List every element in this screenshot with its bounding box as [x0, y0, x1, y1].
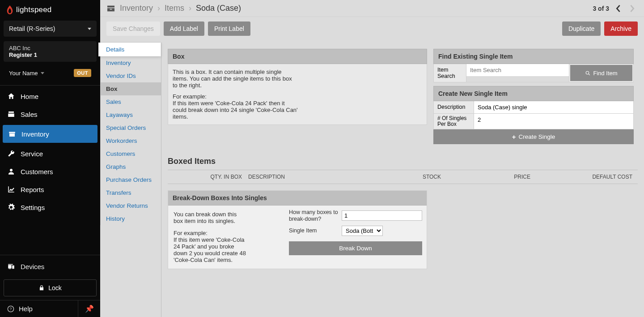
item-search-label: Item Search [433, 64, 466, 82]
tab-inventory[interactable]: Inventory [100, 56, 161, 69]
tab-layaways[interactable]: Layaways [100, 108, 161, 121]
person-icon [7, 167, 15, 176]
nav-home[interactable]: Home [0, 87, 100, 105]
panel-title: Find Existing Single Item [433, 49, 634, 64]
tab-special-orders[interactable]: Special Orders [100, 121, 161, 134]
pin-icon: 📌 [85, 304, 94, 313]
tab-content: Box This is a box. It can contain multip… [161, 43, 644, 317]
breadcrumb-inventory[interactable]: Inventory [120, 4, 153, 13]
tab-sales[interactable]: Sales [100, 95, 161, 108]
nav-label: Sales [21, 111, 38, 118]
chevron-right-icon: › [189, 4, 191, 13]
nav-inventory[interactable]: Inventory [3, 125, 97, 143]
breadcrumb-items[interactable]: Items [165, 4, 184, 13]
add-label-button[interactable]: Add Label [164, 21, 204, 36]
description-label: Description [434, 101, 474, 113]
tab-purchase-orders[interactable]: Purchase Orders [100, 173, 161, 186]
tab-graphs[interactable]: Graphs [100, 160, 161, 173]
col-description: DESCRIPTION [248, 174, 338, 180]
drawer-icon [106, 5, 115, 12]
tab-customers[interactable]: Customers [100, 147, 161, 160]
chevron-right-icon [630, 4, 635, 13]
lock-button[interactable]: Lock [4, 279, 97, 296]
nav-devices[interactable]: Devices [0, 257, 100, 276]
nav-label: Service [21, 150, 43, 158]
box-icon [8, 130, 16, 138]
gear-icon [7, 203, 15, 211]
company-register-box[interactable]: ABC Inc Register 1 [4, 41, 97, 62]
nav-label: Reports [21, 186, 44, 193]
singles-per-box-value[interactable]: 2 [474, 114, 633, 129]
panel-title: Create New Single Item [433, 86, 634, 101]
action-bar: Save Changes Add Label Print Label Dupli… [100, 17, 644, 40]
boxed-items-header: QTY. IN BOX DESCRIPTION STOCK PRICE DEFA… [168, 170, 638, 184]
nav-customers[interactable]: Customers [0, 163, 100, 180]
sidebar-bottom: Devices Lock ? Help 📌 [0, 253, 100, 317]
brand-text: lightspeed [16, 5, 52, 14]
svg-rect-4 [107, 8, 114, 11]
duplicate-button[interactable]: Duplicate [562, 21, 601, 36]
how-many-label: How many boxes to break-down? [289, 209, 338, 222]
panel-title: Box [168, 49, 427, 64]
break-down-button[interactable]: Break Down [289, 241, 422, 255]
single-item-select[interactable]: Soda (Bottle) [342, 226, 383, 236]
breadcrumb: Inventory › Items › Soda (Case) [106, 4, 241, 13]
clock-out-badge[interactable]: OUT [74, 69, 91, 77]
user-row[interactable]: Your Name OUT [4, 66, 97, 80]
nav-reports[interactable]: Reports [0, 180, 100, 198]
nav-label: Customers [21, 168, 53, 176]
caret-down-icon [41, 72, 44, 74]
help-button[interactable]: ? Help [0, 300, 78, 317]
col-default-cost: DEFAULT COST [584, 174, 638, 180]
topbar: Inventory › Items › Soda (Case) 3 of 3 [100, 0, 644, 17]
box-desc-1: This is a box. It can contain multiple s… [173, 69, 298, 89]
nav-settings[interactable]: Settings [0, 198, 100, 216]
nav-sales[interactable]: Sales [0, 105, 100, 123]
tab-details[interactable]: Details [98, 43, 161, 56]
print-label-button[interactable]: Print Label [208, 21, 250, 36]
find-existing-panel: Find Existing Single Item Item Search Fi… [433, 49, 634, 82]
pager: 3 of 3 [593, 3, 638, 14]
tab-history[interactable]: History [100, 212, 161, 225]
divider [0, 85, 100, 86]
how-many-input[interactable] [342, 210, 422, 221]
tab-box[interactable]: Box [100, 82, 161, 95]
product-selector[interactable]: Retail (R-Series) [4, 21, 97, 37]
save-button: Save Changes [106, 21, 160, 36]
svg-text:?: ? [10, 307, 12, 311]
svg-point-0 [10, 169, 13, 171]
pager-next[interactable] [627, 3, 638, 14]
tab-vendor-returns[interactable]: Vendor Returns [100, 199, 161, 212]
boxed-items-title: Boxed Items [168, 157, 638, 166]
box-info-panel: Box This is a box. It can contain multip… [168, 49, 427, 125]
box-desc-2b: If this item were 'Coke-Cola 24 Pack' th… [173, 100, 298, 120]
nav-label: Home [21, 93, 38, 100]
box-desc-2a: For example: [173, 93, 207, 100]
right-column: Find Existing Single Item Item Search Fi… [433, 49, 634, 148]
create-single-button[interactable]: + Create Single [433, 129, 634, 144]
home-icon [7, 92, 15, 100]
singles-per-box-label: # Of Singles Per Box [434, 114, 474, 129]
single-item-label: Single Item [289, 227, 338, 234]
item-search-input[interactable] [466, 64, 569, 76]
wrench-icon [7, 150, 15, 158]
flame-icon [6, 5, 13, 14]
breadcrumb-current: Soda (Case) [196, 4, 241, 13]
tab-vendor-ids[interactable]: Vendor IDs [100, 69, 161, 82]
tab-transfers[interactable]: Transfers [100, 186, 161, 199]
chart-icon [7, 185, 15, 193]
find-item-label: Find Item [593, 70, 617, 77]
nav-service[interactable]: Service [0, 145, 100, 163]
tab-workorders[interactable]: Workorders [100, 134, 161, 147]
svg-point-6 [586, 71, 589, 74]
find-item-button[interactable]: Find Item [570, 65, 632, 81]
nav-label: Settings [21, 204, 45, 211]
pin-button[interactable]: 📌 [78, 300, 100, 317]
brand-logo: lightspeed [0, 0, 100, 19]
svg-rect-3 [107, 5, 114, 7]
create-single-label: Create Single [518, 133, 555, 140]
archive-button[interactable]: Archive [604, 21, 638, 36]
description-value[interactable]: Soda (Case) single [474, 101, 633, 113]
pager-prev[interactable] [613, 3, 623, 14]
divider [0, 255, 100, 255]
